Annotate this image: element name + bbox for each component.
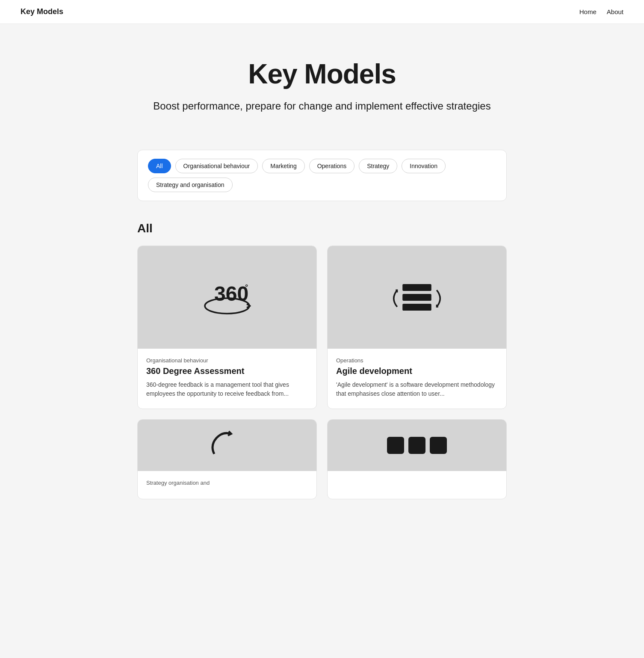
svg-rect-6 (387, 437, 404, 454)
hero-section: Key Models Boost performance, prepare fo… (0, 24, 644, 133)
filter-organisational-behaviour[interactable]: Organisational behaviour (175, 159, 258, 173)
filter-section: All Organisational behaviour Marketing O… (117, 150, 527, 201)
card-3-image (138, 420, 316, 471)
filter-operations[interactable]: Operations (309, 159, 354, 173)
agile-icon (383, 272, 451, 323)
svg-rect-3 (402, 284, 431, 291)
hero-subtitle: Boost performance, prepare for change an… (151, 100, 493, 112)
card-4-body (328, 471, 506, 492)
card-4-icon (383, 428, 451, 462)
svg-rect-8 (430, 437, 447, 454)
navbar: Key Models Home About (0, 0, 644, 24)
card-3-category: Strategy organisation and (146, 480, 308, 486)
svg-text:°: ° (245, 283, 248, 291)
card-3-body: Strategy organisation and (138, 471, 316, 499)
card-grid: 360 ° Organisational behaviour 360 Degre… (137, 246, 507, 499)
card-agile-category: Operations (336, 357, 498, 364)
filter-innovation[interactable]: Innovation (402, 159, 446, 173)
filter-all[interactable]: All (148, 159, 171, 173)
section-title: All (137, 222, 507, 235)
card-agile-desc: 'Agile development' is a software develo… (336, 380, 498, 398)
card-360-category: Organisational behaviour (146, 357, 308, 364)
card-agile-body: Operations Agile development 'Agile deve… (328, 349, 506, 409)
svg-rect-5 (402, 304, 431, 311)
hero-title: Key Models (21, 58, 623, 90)
svg-rect-4 (402, 294, 431, 301)
card-4[interactable] (327, 419, 507, 499)
360-icon: 360 ° (193, 272, 261, 323)
card-360-title: 360 Degree Assessment (146, 366, 308, 376)
nav-logo[interactable]: Key Models (21, 7, 63, 16)
card-360-image: 360 ° (138, 246, 316, 349)
card-agile-image (328, 246, 506, 349)
nav-about[interactable]: About (607, 8, 623, 15)
card-3[interactable]: Strategy organisation and (137, 419, 317, 499)
card-360-desc: 360-degree feedback is a management tool… (146, 380, 308, 398)
card-agile-title: Agile development (336, 366, 498, 376)
filter-marketing[interactable]: Marketing (262, 159, 304, 173)
card-3-icon (206, 426, 248, 465)
filter-bar: All Organisational behaviour Marketing O… (137, 150, 507, 201)
main-content: All 360 ° Organisational behaviour 360 D… (117, 222, 527, 534)
filter-strategy[interactable]: Strategy (359, 159, 397, 173)
nav-links: Home About (579, 8, 623, 15)
card-agile[interactable]: Operations Agile development 'Agile deve… (327, 246, 507, 409)
card-360-body: Organisational behaviour 360 Degree Asse… (138, 349, 316, 409)
filter-strategy-organisation[interactable]: Strategy and organisation (148, 178, 233, 192)
svg-text:360: 360 (214, 282, 248, 305)
card-4-image (328, 420, 506, 471)
svg-rect-7 (408, 437, 425, 454)
nav-home[interactable]: Home (579, 8, 597, 15)
card-360-degree[interactable]: 360 ° Organisational behaviour 360 Degre… (137, 246, 317, 409)
